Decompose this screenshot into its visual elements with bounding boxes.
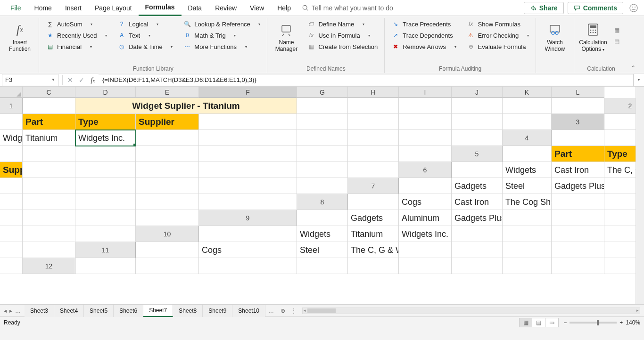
cell-F7[interactable]: Gadgets Plus	[552, 178, 604, 194]
cell-F8[interactable]: The Cog Shop	[503, 194, 552, 210]
cell-L7[interactable]	[199, 194, 297, 210]
cell-C12[interactable]	[75, 258, 136, 274]
sheet-nav-more[interactable]: …	[14, 308, 22, 314]
cell-G5[interactable]	[23, 162, 75, 178]
comments-button[interactable]: Comments	[568, 2, 623, 14]
zoom-out-button[interactable]: −	[563, 319, 567, 326]
cell-K9[interactable]	[23, 226, 75, 242]
logical-button[interactable]: ?Logical ▾	[116, 19, 174, 29]
cell-G9[interactable]	[503, 210, 552, 226]
cell-K5[interactable]	[297, 162, 348, 178]
use-in-formula-button[interactable]: fxUse in Formula ▾	[305, 30, 380, 40]
insert-function-fx-button[interactable]: fx	[87, 76, 99, 84]
cell-J9[interactable]	[0, 226, 23, 242]
cell-G2[interactable]	[199, 114, 297, 130]
cell-L6[interactable]	[297, 178, 348, 194]
cell-D3[interactable]: Widgets	[0, 130, 23, 146]
autosum-button[interactable]: ∑AutoSum ▾	[44, 19, 109, 29]
row-header-4[interactable]: 4	[503, 130, 552, 146]
error-checking-button[interactable]: ⚠Error Checking ▾	[465, 30, 531, 40]
cell-I8[interactable]	[0, 210, 23, 226]
cell-E10[interactable]: Titanium	[348, 226, 399, 242]
cell-F11[interactable]: The C, G & W Co.	[348, 242, 399, 258]
horizontal-scrollbar[interactable]: ◂▸	[302, 308, 640, 314]
recently-used-button[interactable]: ★Recently Used ▾	[44, 30, 109, 40]
trace-precedents-button[interactable]: ↘Trace Precedents	[389, 19, 458, 29]
cell-C2[interactable]	[0, 114, 23, 130]
share-button[interactable]: Share	[524, 2, 564, 14]
cell-I3[interactable]	[297, 130, 348, 146]
calc-sheet-button[interactable]: ▤	[611, 36, 623, 47]
cell-H4[interactable]	[136, 146, 199, 162]
tab-formulas[interactable]: Formulas	[139, 0, 182, 16]
cell-H1[interactable]	[348, 98, 399, 114]
cell-I10[interactable]	[552, 226, 604, 242]
col-header-D[interactable]: D	[75, 87, 136, 98]
row-header-5[interactable]: 5	[452, 146, 503, 162]
cell-G3[interactable]	[136, 130, 199, 146]
cell-E4[interactable]	[0, 146, 23, 162]
cell-I2[interactable]	[348, 114, 399, 130]
cell-D7[interactable]: Gadgets	[452, 178, 503, 194]
expand-formula-bar-button[interactable]: ▾	[634, 78, 644, 82]
cell-G12[interactable]	[348, 258, 399, 274]
define-name-button[interactable]: 🏷Define Name ▾	[305, 19, 380, 29]
cell-K4[interactable]	[348, 146, 399, 162]
col-header-F[interactable]: F	[199, 87, 297, 98]
select-all-button[interactable]	[0, 87, 23, 98]
cell-F10[interactable]: Widgets Inc.	[399, 226, 452, 242]
row-header-8[interactable]: 8	[297, 194, 348, 210]
cell-F3[interactable]: Widgets Inc.	[75, 130, 136, 146]
row-header-9[interactable]: 9	[199, 210, 297, 226]
enter-formula-button[interactable]: ✓	[76, 76, 87, 84]
cell-H12[interactable]	[399, 258, 452, 274]
cell-C9[interactable]	[297, 210, 348, 226]
cell-J4[interactable]	[297, 146, 348, 162]
watch-window-button[interactable]: Watch Window	[541, 19, 569, 53]
cell-K2[interactable]	[452, 114, 503, 130]
row-header-6[interactable]: 6	[399, 162, 452, 178]
cell-I6[interactable]	[75, 178, 136, 194]
cell-E3[interactable]: Titanium	[23, 130, 75, 146]
col-header-C[interactable]: C	[23, 87, 75, 98]
sheet-overflow[interactable]: …	[265, 308, 277, 314]
cell-J7[interactable]	[75, 194, 136, 210]
cell-D8[interactable]: Cogs	[399, 194, 452, 210]
date-time-button[interactable]: ◷Date & Time ▾	[116, 41, 174, 52]
cell-J11[interactable]	[552, 242, 604, 258]
cell-C8[interactable]	[348, 194, 399, 210]
view-page-layout-button[interactable]: ▤	[532, 318, 545, 327]
cancel-formula-button[interactable]: ✕	[65, 76, 76, 84]
col-header-E[interactable]: E	[136, 87, 199, 98]
cell-J1[interactable]	[452, 98, 503, 114]
tab-review[interactable]: Review	[208, 0, 243, 16]
tab-page-layout[interactable]: Page Layout	[88, 0, 139, 16]
more-functions-button[interactable]: ⋯More Functions ▾	[181, 41, 262, 52]
cell-G1[interactable]	[297, 98, 348, 114]
col-header-K[interactable]: K	[503, 87, 552, 98]
cell-F4[interactable]	[23, 146, 75, 162]
tab-split-handle[interactable]: ⋮	[289, 308, 298, 314]
zoom-in-button[interactable]: +	[619, 319, 623, 326]
view-page-break-button[interactable]: ▭	[545, 318, 559, 327]
calc-now-button[interactable]: ▦	[611, 25, 623, 35]
cell-J5[interactable]	[199, 162, 297, 178]
cell-H11[interactable]	[452, 242, 503, 258]
cell-I11[interactable]	[503, 242, 552, 258]
cell-L3[interactable]	[452, 130, 503, 146]
cell-L10[interactable]	[23, 242, 75, 258]
col-header-J[interactable]: J	[452, 87, 503, 98]
cell-J3[interactable]	[348, 130, 399, 146]
sheet-tab-Sheet7[interactable]: Sheet7	[143, 305, 173, 317]
cell-C7[interactable]	[399, 178, 452, 194]
cell-E12[interactable]	[199, 258, 297, 274]
cell-F2[interactable]: Supplier	[136, 114, 199, 130]
trace-dependents-button[interactable]: ↗Trace Dependents	[389, 30, 458, 40]
add-sheet-button[interactable]: ⊕	[277, 308, 289, 314]
cell-C5[interactable]	[503, 146, 552, 162]
evaluate-formula-button[interactable]: ⊕Evaluate Formula	[465, 41, 531, 52]
col-header-L[interactable]: L	[552, 87, 604, 98]
cell-D1-F1-title[interactable]: Widget Suplier - Titanium	[75, 98, 297, 114]
cell-D10[interactable]: Widgets	[297, 226, 348, 242]
sheet-tab-Sheet8[interactable]: Sheet8	[173, 305, 203, 317]
